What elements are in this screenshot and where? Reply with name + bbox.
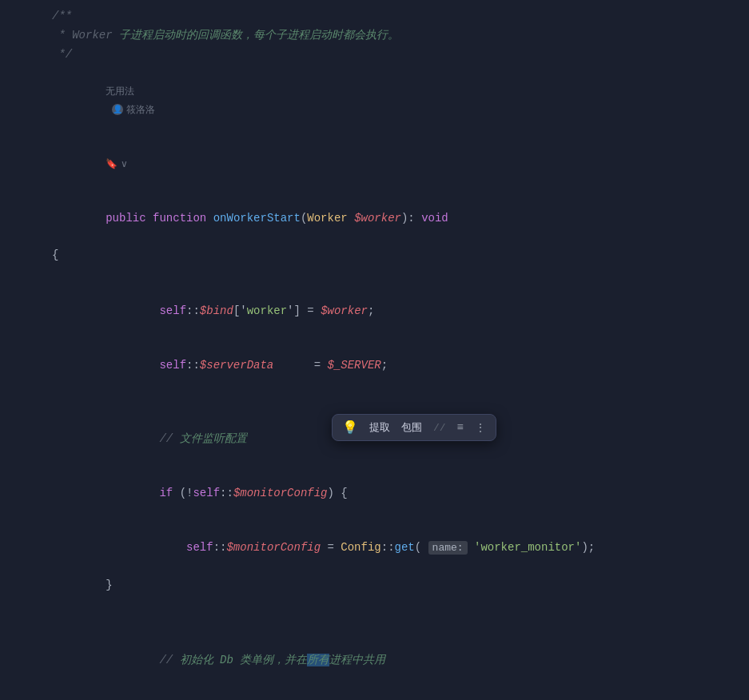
list-icon[interactable]: ≡: [457, 421, 464, 434]
line-if-monitor: if (!self::$monitorConfig) {: [0, 466, 749, 520]
code-lines: /** * Worker 子进程启动时的回调函数，每个子进程启动时都会执行。 *…: [0, 0, 749, 700]
bulb-icon: 💡: [342, 420, 358, 436]
line-fold[interactable]: 🔖 ∨: [0, 137, 749, 191]
line-brace-close-1: }: [0, 575, 749, 595]
line-blank-2: [0, 392, 749, 412]
line-assign-serverdata: self::$serverData = $_SERVER;: [0, 338, 749, 392]
action-wrap[interactable]: 包围: [401, 420, 422, 435]
fold-indicator[interactable]: 🔖 ∨: [106, 155, 127, 173]
line-assign-worker: self::$bind['worker'] = $worker;: [0, 284, 749, 338]
param-label: name:: [428, 541, 468, 555]
code-editor: /** * Worker 子进程启动时的回调函数，每个子进程启动时都会执行。 *…: [0, 0, 749, 700]
line-comment-body: * Worker 子进程启动时的回调函数，每个子进程启动时都会执行。: [0, 26, 749, 45]
unused-label: 无用法: [106, 86, 134, 97]
line-comment-db: // 初始化 Db 类单例，并在所有进程中共用: [0, 633, 749, 687]
context-popup: 💡 提取 包围 // ≡ ⋮: [332, 414, 496, 441]
line-if-isset: if (!isset(self::$bind: [0, 687, 749, 700]
line-func-decl: public function onWorkerStart(Worker $wo…: [0, 191, 749, 245]
line-brace-open: {: [0, 245, 749, 264]
line-config-get: self::$monitorConfig = Config::get( name…: [0, 520, 749, 575]
line-blank-3: [0, 595, 749, 614]
popup-divider-1: //: [433, 422, 446, 434]
more-icon[interactable]: ⋮: [475, 421, 486, 435]
line-blank-4: [0, 614, 749, 633]
line-meta: 无用法 👤 筱洛洛: [0, 64, 749, 137]
author-badge: 👤 筱洛洛: [112, 101, 155, 118]
action-extract[interactable]: 提取: [369, 420, 390, 435]
author-icon: 👤: [112, 104, 123, 115]
line-comment-start: /**: [0, 6, 749, 26]
line-comment-end: */: [0, 45, 749, 64]
author-name: 筱洛洛: [126, 101, 155, 118]
line-blank-1: [0, 264, 749, 284]
